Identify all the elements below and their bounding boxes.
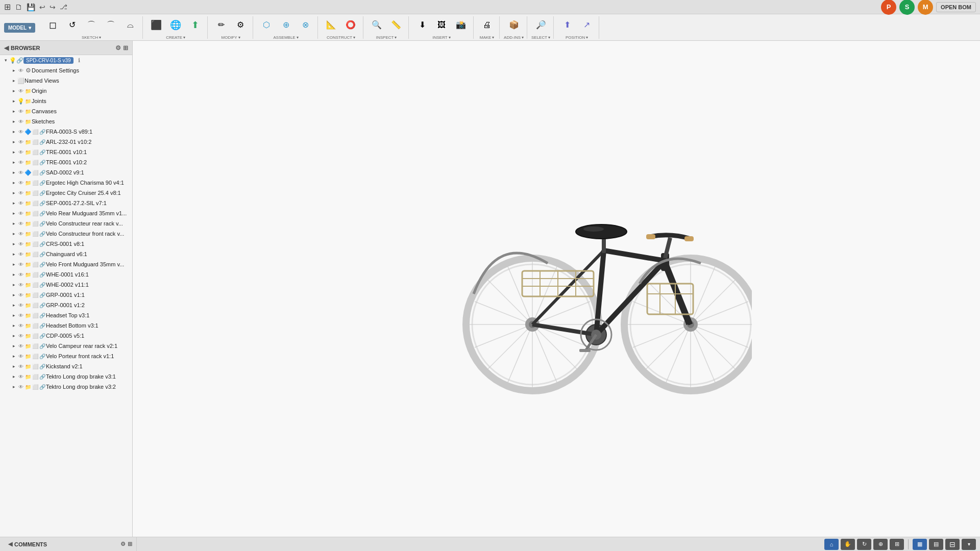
profile-s[interactable]: S xyxy=(899,0,915,15)
position-group-label[interactable]: POSITION ▾ xyxy=(566,35,588,40)
open-bom-button[interactable]: OPEN BOM xyxy=(936,2,976,12)
modify-dropdown-arrow: ▾ xyxy=(238,35,240,40)
zoom-fit-btn[interactable]: ⊞ xyxy=(890,539,904,550)
select-btn[interactable]: 🔎 xyxy=(532,16,550,34)
browser-root-item[interactable]: ▾ 💡 🔗 SPD-CRV-01-S v39 ℹ xyxy=(0,55,132,65)
modify-press-pull-btn[interactable]: ✏ xyxy=(212,16,230,34)
save-button[interactable]: 💾 xyxy=(27,3,35,11)
browser-item-ergotec90[interactable]: ▸ 👁 📁 ⬜ 🔗 Ergotec High Charisma 90 v4:1 xyxy=(0,178,132,188)
create-box-btn[interactable]: ⬛ xyxy=(147,16,165,34)
browser-item-origin[interactable]: ▸ 👁 📁 Origin xyxy=(0,86,132,96)
browser-item-velo-port-front[interactable]: ▸ 👁 📁 ⬜ 🔗 Velo Porteur front rack v1:1 xyxy=(0,351,132,361)
apps-grid-icon[interactable]: ⊞ xyxy=(4,2,11,12)
browser-item-velo-rear-mud[interactable]: ▸ 👁 📁 ⬜ 🔗 Velo Rear Mudguard 35mm v1... xyxy=(0,208,132,218)
browser-item-sad0002[interactable]: ▸ 👁 🔷 ⬜ 🔗 SAD-0002 v9:1 xyxy=(0,167,132,178)
viewport[interactable] xyxy=(133,41,980,537)
select-group-label[interactable]: SELECT ▾ xyxy=(531,35,550,40)
browser-item-cdp0005[interactable]: ▸ 👁 📁 ⬜ 🔗 CDP-0005 v5:1 xyxy=(0,331,132,341)
browser-item-velo-const-rear[interactable]: ▸ 👁 📁 ⬜ 🔗 Velo Constructeur rear rack v.… xyxy=(0,218,132,229)
browser-item-chainguard[interactable]: ▸ 👁 📁 ⬜ 🔗 Chainguard v6:1 xyxy=(0,249,132,259)
sketch-arc-btn[interactable]: ⌒ xyxy=(82,16,101,34)
branch-icon[interactable]: ⎇ xyxy=(60,3,67,11)
pan-btn[interactable]: ✋ xyxy=(841,539,855,550)
insert-canvas-btn[interactable]: 🖼 xyxy=(432,16,451,34)
browser-item-whe0002[interactable]: ▸ 👁 📁 ⬜ 🔗 WHE-0002 v11:1 xyxy=(0,280,132,290)
browser-item-grp0001-2[interactable]: ▸ 👁 📁 ⬜ 🔗 GRP-0001 v1:2 xyxy=(0,300,132,310)
assemble-new-comp-btn[interactable]: ⬡ xyxy=(257,16,276,34)
redo-button[interactable]: ↪ xyxy=(50,3,56,11)
construct-axis-btn[interactable]: ⭕ xyxy=(341,16,360,34)
browser-item-headset-bot[interactable]: ▸ 👁 📁 ⬜ 🔗 Headset Bottom v3:1 xyxy=(0,320,132,331)
sketch-line-btn[interactable]: ⌒ xyxy=(102,16,120,34)
browser-item-tektro2[interactable]: ▸ 👁 📁 ⬜ 🔗 Tektro Long drop brake v3:2 xyxy=(0,382,132,392)
insert-decal-btn[interactable]: 📸 xyxy=(452,16,470,34)
browser-item-velo-camp-rear[interactable]: ▸ 👁 📁 ⬜ 🔗 Velo Campeur rear rack v2:1 xyxy=(0,341,132,351)
home-view-btn[interactable]: ⌂ xyxy=(824,539,839,550)
file-icon[interactable]: 🗋 xyxy=(15,3,22,11)
zoom-btn[interactable]: ⊕ xyxy=(873,539,888,550)
create-extrude-btn[interactable]: ⬆ xyxy=(186,16,204,34)
browser-item-crs0001[interactable]: ▸ 👁 📁 ⬜ 🔗 CRS-0001 v8:1 xyxy=(0,239,132,249)
comments-collapse-btn[interactable]: ◀ xyxy=(8,541,12,547)
browser-item-fra0003[interactable]: ▸ 👁 🔷 ⬜ 🔗 FRA-0003-S v89:1 xyxy=(0,127,132,137)
sketch-create-btn[interactable]: ◻ xyxy=(43,16,62,34)
browser-item-ergotec25[interactable]: ▸ 👁 📁 ⬜ 🔗 Ergotec City Cruiser 25.4 v8:1 xyxy=(0,188,132,198)
browser-item-tre0001-1[interactable]: ▸ 👁 📁 ⬜ 🔗 TRE-0001 v10:1 xyxy=(0,147,132,157)
assemble-new-comp-icon: ⬡ xyxy=(263,21,270,29)
profile-p[interactable]: P xyxy=(881,0,896,15)
inspect-interference-btn[interactable]: 📏 xyxy=(387,16,405,34)
sketch-curve-btn[interactable]: ⌓ xyxy=(121,16,139,34)
position-move-btn[interactable]: ⬆ xyxy=(558,16,576,34)
comments-expand-icon[interactable]: ⊞ xyxy=(128,541,132,547)
browser-item-headset-top[interactable]: ▸ 👁 📁 ⬜ 🔗 Headset Top v3:1 xyxy=(0,310,132,320)
create-group-label[interactable]: CREATE ▾ xyxy=(166,35,185,40)
assemble-as-built-btn[interactable]: ⊗ xyxy=(296,16,314,34)
construct-offset-plane-btn[interactable]: 📐 xyxy=(322,16,340,34)
comments-settings-icon[interactable]: ⚙ xyxy=(120,541,126,547)
profile-m[interactable]: M xyxy=(918,0,933,15)
position-align-btn[interactable]: ↗ xyxy=(577,16,596,34)
browser-item-tre0001-2[interactable]: ▸ 👁 📁 ⬜ 🔗 TRE-0001 v10:2 xyxy=(0,157,132,167)
inspect-measure-btn[interactable]: 🔍 xyxy=(368,16,386,34)
browser-item-whe0001[interactable]: ▸ 👁 📁 ⬜ 🔗 WHE-0001 v16:1 xyxy=(0,269,132,280)
undo-button[interactable]: ↩ xyxy=(39,3,45,11)
create-sphere-btn[interactable]: 🌐 xyxy=(166,16,185,34)
browser-item-joints[interactable]: ▸ 💡 📁 Joints xyxy=(0,96,132,106)
make-group-label[interactable]: MAKE ▾ xyxy=(480,35,495,40)
browser-item-kickstand[interactable]: ▸ 👁 📁 ⬜ 🔗 Kickstand v2:1 xyxy=(0,361,132,371)
browser-item-velo-const-front[interactable]: ▸ 👁 📁 ⬜ 🔗 Velo Constructeur front rack v… xyxy=(0,229,132,239)
make-3dprint-btn[interactable]: 🖨 xyxy=(478,16,496,34)
toolbar-group-modify: ✏ ⚙ MODIFY ▾ xyxy=(209,16,253,39)
add-ins-btn[interactable]: 📦 xyxy=(505,16,523,34)
insert-group-label[interactable]: INSERT ▾ xyxy=(433,35,451,40)
model-dropdown[interactable]: MODEL ▾ xyxy=(4,23,35,33)
assemble-joint-btn[interactable]: ⊕ xyxy=(277,16,295,34)
orbit-btn[interactable]: ↻ xyxy=(857,539,871,550)
browser-item-tektro1[interactable]: ▸ 👁 📁 ⬜ 🔗 Tektro Long drop brake v3:1 xyxy=(0,371,132,382)
sketch-finish-btn[interactable]: ↺ xyxy=(63,16,81,34)
browser-item-sketches[interactable]: ▸ 👁 📁 Sketches xyxy=(0,116,132,127)
browser-item-named-views[interactable]: ▸ ⬜ Named Views xyxy=(0,76,132,86)
sketch-group-label[interactable]: SKETCH ▾ xyxy=(82,35,101,40)
browser-collapse-btn[interactable]: ◀ xyxy=(4,44,9,52)
browser-item-doc-settings[interactable]: ▸ 👁 ⚙ Document Settings xyxy=(0,65,132,76)
assemble-group-label[interactable]: ASSEMBLE ▾ xyxy=(274,35,299,40)
browser-settings-icon[interactable]: ⚙ xyxy=(115,44,121,52)
construct-group-label[interactable]: CONSTRUCT ▾ xyxy=(327,35,355,40)
inspect-group-label[interactable]: INSPECT ▾ xyxy=(376,35,397,40)
display-mode-1-btn[interactable]: ▦ xyxy=(913,539,927,550)
browser-expand-icon[interactable]: ⊞ xyxy=(123,44,128,52)
insert-derive-btn[interactable]: ⬇ xyxy=(413,16,431,34)
browser-item-grp0001-1[interactable]: ▸ 👁 📁 ⬜ 🔗 GRP-0001 v1:1 xyxy=(0,290,132,300)
browser-item-sep0001[interactable]: ▸ 👁 📁 ⬜ 🔗 SEP-0001-27.2-SIL v7:1 xyxy=(0,198,132,208)
modify-group-label[interactable]: MODIFY ▾ xyxy=(222,35,240,40)
add-ins-group-label[interactable]: ADD-INS ▾ xyxy=(504,35,524,40)
display-mode-3-btn[interactable]: ⊟ xyxy=(945,539,960,550)
display-mode-2-btn[interactable]: ▤ xyxy=(929,539,943,550)
browser-item-canvases[interactable]: ▸ 👁 📁 Canvases xyxy=(0,106,132,116)
browser-item-velo-front-mud[interactable]: ▸ 👁 📁 ⬜ 🔗 Velo Front Mudguard 35mm v... xyxy=(0,259,132,269)
browser-item-arl232[interactable]: ▸ 👁 📁 ⬜ 🔗 ARL-232-01 v10:2 xyxy=(0,137,132,147)
toolbar-group-insert: ⬇ 🖼 📸 INSERT ▾ xyxy=(410,16,474,39)
display-mode-dropdown[interactable]: ▾ xyxy=(962,539,976,550)
modify-fillet-btn[interactable]: ⚙ xyxy=(231,16,250,34)
